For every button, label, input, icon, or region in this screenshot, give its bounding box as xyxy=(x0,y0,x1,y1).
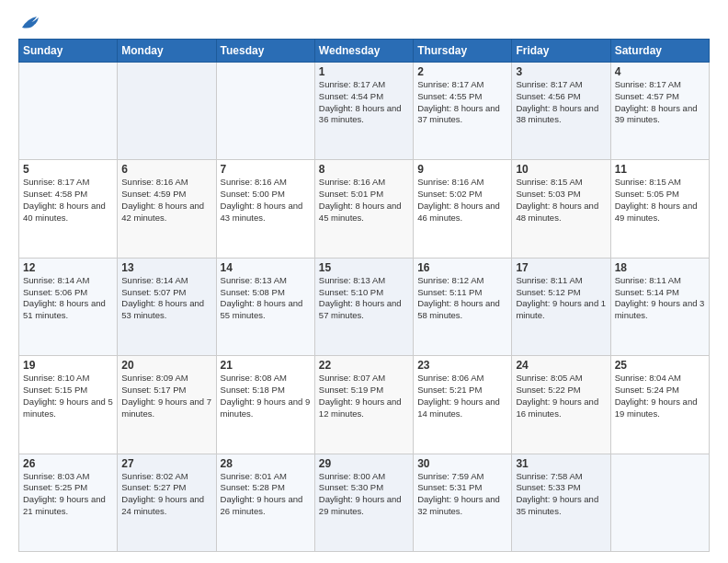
day-header-thursday: Thursday xyxy=(414,40,512,63)
day-info: Sunrise: 8:14 AM Sunset: 5:07 PM Dayligh… xyxy=(121,275,211,322)
day-info: Sunrise: 8:07 AM Sunset: 5:19 PM Dayligh… xyxy=(319,373,409,419)
day-info: Sunrise: 8:17 AM Sunset: 4:55 PM Dayligh… xyxy=(417,79,507,126)
day-number: 9 xyxy=(417,163,507,176)
day-info: Sunrise: 8:03 AM Sunset: 5:25 PM Dayligh… xyxy=(23,471,113,518)
calendar-cell: 29Sunrise: 8:00 AM Sunset: 5:30 PM Dayli… xyxy=(314,454,413,551)
day-info: Sunrise: 8:02 AM Sunset: 5:27 PM Dayligh… xyxy=(121,471,211,518)
calendar-cell: 17Sunrise: 8:11 AM Sunset: 5:12 PM Dayli… xyxy=(512,258,610,355)
day-info: Sunrise: 8:06 AM Sunset: 5:21 PM Dayligh… xyxy=(417,373,507,419)
calendar-cell: 7Sunrise: 8:16 AM Sunset: 5:00 PM Daylig… xyxy=(216,160,314,258)
calendar-cell: 8Sunrise: 8:16 AM Sunset: 5:01 PM Daylig… xyxy=(314,160,413,258)
calendar-cell: 23Sunrise: 8:06 AM Sunset: 5:21 PM Dayli… xyxy=(414,356,512,454)
day-info: Sunrise: 8:15 AM Sunset: 5:03 PM Dayligh… xyxy=(516,177,606,224)
day-info: Sunrise: 8:04 AM Sunset: 5:24 PM Dayligh… xyxy=(615,373,705,419)
page: SundayMondayTuesdayWednesdayThursdayFrid… xyxy=(0,0,728,563)
calendar-cell: 11Sunrise: 8:15 AM Sunset: 5:05 PM Dayli… xyxy=(610,160,709,258)
calendar-cell: 12Sunrise: 8:14 AM Sunset: 5:06 PM Dayli… xyxy=(19,258,118,355)
calendar-cell: 13Sunrise: 8:14 AM Sunset: 5:07 PM Dayli… xyxy=(118,258,216,355)
day-number: 10 xyxy=(516,163,606,176)
day-number: 14 xyxy=(221,261,311,274)
day-number: 8 xyxy=(319,163,409,176)
calendar-cell: 2Sunrise: 8:17 AM Sunset: 4:55 PM Daylig… xyxy=(414,63,512,160)
calendar-cell: 27Sunrise: 8:02 AM Sunset: 5:27 PM Dayli… xyxy=(118,454,216,551)
day-info: Sunrise: 7:59 AM Sunset: 5:31 PM Dayligh… xyxy=(417,471,507,518)
day-number: 15 xyxy=(319,261,409,274)
day-info: Sunrise: 8:16 AM Sunset: 5:01 PM Dayligh… xyxy=(319,177,409,224)
day-number: 4 xyxy=(615,65,705,78)
day-info: Sunrise: 8:13 AM Sunset: 5:10 PM Dayligh… xyxy=(319,275,409,322)
day-number: 11 xyxy=(615,163,705,176)
calendar-cell: 10Sunrise: 8:15 AM Sunset: 5:03 PM Dayli… xyxy=(512,160,610,258)
day-info: Sunrise: 8:01 AM Sunset: 5:28 PM Dayligh… xyxy=(221,471,311,518)
day-info: Sunrise: 7:58 AM Sunset: 5:33 PM Dayligh… xyxy=(516,471,606,518)
week-row-2: 5Sunrise: 8:17 AM Sunset: 4:58 PM Daylig… xyxy=(19,160,710,258)
day-header-tuesday: Tuesday xyxy=(216,40,314,63)
calendar-cell: 9Sunrise: 8:16 AM Sunset: 5:02 PM Daylig… xyxy=(414,160,512,258)
calendar-table: SundayMondayTuesdayWednesdayThursdayFrid… xyxy=(18,39,710,552)
week-row-5: 26Sunrise: 8:03 AM Sunset: 5:25 PM Dayli… xyxy=(19,454,710,551)
day-number: 20 xyxy=(121,359,211,372)
day-number: 6 xyxy=(121,163,211,176)
day-number: 17 xyxy=(516,261,606,274)
day-info: Sunrise: 8:12 AM Sunset: 5:11 PM Dayligh… xyxy=(417,275,507,322)
calendar-header-row: SundayMondayTuesdayWednesdayThursdayFrid… xyxy=(19,40,710,63)
day-number: 25 xyxy=(615,359,705,372)
calendar-cell: 3Sunrise: 8:17 AM Sunset: 4:56 PM Daylig… xyxy=(512,63,610,160)
day-number: 2 xyxy=(417,65,507,78)
day-info: Sunrise: 8:00 AM Sunset: 5:30 PM Dayligh… xyxy=(319,471,409,518)
day-info: Sunrise: 8:16 AM Sunset: 5:00 PM Dayligh… xyxy=(221,177,311,224)
week-row-4: 19Sunrise: 8:10 AM Sunset: 5:15 PM Dayli… xyxy=(19,356,710,454)
week-row-1: 1Sunrise: 8:17 AM Sunset: 4:54 PM Daylig… xyxy=(19,63,710,160)
day-info: Sunrise: 8:11 AM Sunset: 5:14 PM Dayligh… xyxy=(615,275,705,322)
calendar-cell: 18Sunrise: 8:11 AM Sunset: 5:14 PM Dayli… xyxy=(610,258,709,355)
calendar-cell: 28Sunrise: 8:01 AM Sunset: 5:28 PM Dayli… xyxy=(216,454,314,551)
week-row-3: 12Sunrise: 8:14 AM Sunset: 5:06 PM Dayli… xyxy=(19,258,710,355)
calendar-cell: 6Sunrise: 8:16 AM Sunset: 4:59 PM Daylig… xyxy=(118,160,216,258)
day-number: 3 xyxy=(516,65,606,78)
calendar-cell xyxy=(19,63,118,160)
calendar-cell xyxy=(216,63,314,160)
calendar-cell: 5Sunrise: 8:17 AM Sunset: 4:58 PM Daylig… xyxy=(19,160,118,258)
day-info: Sunrise: 8:14 AM Sunset: 5:06 PM Dayligh… xyxy=(23,275,113,322)
calendar-cell: 25Sunrise: 8:04 AM Sunset: 5:24 PM Dayli… xyxy=(610,356,709,454)
day-number: 27 xyxy=(121,457,211,470)
day-header-friday: Friday xyxy=(512,40,610,63)
day-number: 13 xyxy=(121,261,211,274)
day-number: 23 xyxy=(417,359,507,372)
day-info: Sunrise: 8:16 AM Sunset: 5:02 PM Dayligh… xyxy=(417,177,507,224)
day-header-sunday: Sunday xyxy=(19,40,118,63)
day-info: Sunrise: 8:09 AM Sunset: 5:17 PM Dayligh… xyxy=(121,373,211,419)
day-number: 29 xyxy=(319,457,409,470)
day-info: Sunrise: 8:17 AM Sunset: 4:58 PM Dayligh… xyxy=(23,177,113,224)
day-header-wednesday: Wednesday xyxy=(314,40,413,63)
day-info: Sunrise: 8:15 AM Sunset: 5:05 PM Dayligh… xyxy=(615,177,705,224)
day-number: 26 xyxy=(23,457,113,470)
day-info: Sunrise: 8:11 AM Sunset: 5:12 PM Dayligh… xyxy=(516,275,606,322)
calendar-cell: 21Sunrise: 8:08 AM Sunset: 5:18 PM Dayli… xyxy=(216,356,314,454)
calendar-cell: 1Sunrise: 8:17 AM Sunset: 4:54 PM Daylig… xyxy=(314,63,413,160)
day-info: Sunrise: 8:17 AM Sunset: 4:54 PM Dayligh… xyxy=(319,79,409,126)
calendar-cell: 20Sunrise: 8:09 AM Sunset: 5:17 PM Dayli… xyxy=(118,356,216,454)
day-number: 12 xyxy=(23,261,113,274)
day-number: 5 xyxy=(23,163,113,176)
day-number: 31 xyxy=(516,457,606,470)
calendar-cell: 30Sunrise: 7:59 AM Sunset: 5:31 PM Dayli… xyxy=(414,454,512,551)
calendar-cell: 19Sunrise: 8:10 AM Sunset: 5:15 PM Dayli… xyxy=(19,356,118,454)
day-number: 21 xyxy=(221,359,311,372)
day-number: 22 xyxy=(319,359,409,372)
calendar-cell xyxy=(610,454,709,551)
calendar-cell: 26Sunrise: 8:03 AM Sunset: 5:25 PM Dayli… xyxy=(19,454,118,551)
day-info: Sunrise: 8:10 AM Sunset: 5:15 PM Dayligh… xyxy=(23,373,113,419)
header xyxy=(18,15,710,31)
day-number: 30 xyxy=(417,457,507,470)
calendar-cell: 24Sunrise: 8:05 AM Sunset: 5:22 PM Dayli… xyxy=(512,356,610,454)
day-info: Sunrise: 8:13 AM Sunset: 5:08 PM Dayligh… xyxy=(221,275,311,322)
calendar-cell xyxy=(118,63,216,160)
day-number: 28 xyxy=(221,457,311,470)
day-info: Sunrise: 8:16 AM Sunset: 4:59 PM Dayligh… xyxy=(121,177,211,224)
day-header-saturday: Saturday xyxy=(610,40,709,63)
calendar-cell: 22Sunrise: 8:07 AM Sunset: 5:19 PM Dayli… xyxy=(314,356,413,454)
day-header-monday: Monday xyxy=(118,40,216,63)
day-number: 1 xyxy=(319,65,409,78)
logo-bird-icon xyxy=(20,15,40,31)
